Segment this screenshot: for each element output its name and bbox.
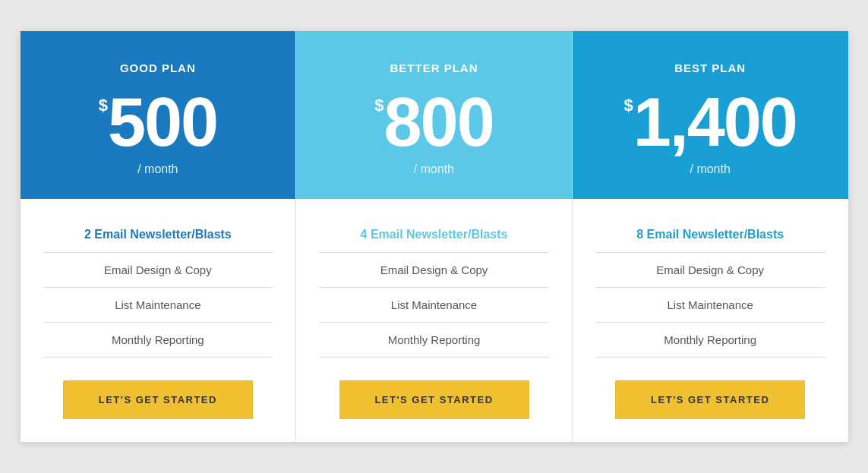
plan-amount-best: 1,400: [633, 88, 797, 156]
feature-item-good-0: Email Design & Copy: [43, 253, 273, 288]
feature-item-best-2: Monthly Reporting: [595, 323, 825, 358]
plan-column-better: BETTER PLAN$800/ month4 Email Newsletter…: [296, 31, 573, 442]
plan-features-better: 4 Email Newsletter/BlastsEmail Design & …: [296, 199, 572, 442]
plan-period-better: / month: [414, 162, 454, 176]
feature-item-best-0: Email Design & Copy: [595, 253, 825, 288]
plan-header-better: BETTER PLAN$800/ month: [296, 31, 572, 199]
cta-button-good[interactable]: LET'S GET STARTED: [63, 380, 253, 419]
plan-column-best: BEST PLAN$1,400/ month8 Email Newsletter…: [573, 31, 848, 442]
cta-button-better[interactable]: LET'S GET STARTED: [339, 380, 529, 419]
plan-amount-good: 500: [108, 88, 217, 156]
feature-item-better-1: List Maintenance: [319, 288, 549, 323]
feature-item-good-2: Monthly Reporting: [43, 323, 273, 358]
feature-item-best-1: List Maintenance: [595, 288, 825, 323]
plan-name-good: GOOD PLAN: [120, 61, 196, 74]
cta-button-best[interactable]: LET'S GET STARTED: [615, 380, 805, 419]
plan-features-best: 8 Email Newsletter/BlastsEmail Design & …: [573, 199, 848, 442]
plan-price-row-good: $500: [99, 88, 217, 156]
plan-highlight-best: 8 Email Newsletter/Blasts: [595, 214, 825, 253]
plan-header-good: GOOD PLAN$500/ month: [21, 31, 296, 199]
plan-price-row-better: $800: [374, 88, 493, 156]
feature-item-better-0: Email Design & Copy: [319, 253, 549, 288]
plan-period-best: / month: [690, 162, 731, 176]
plan-currency-good: $: [99, 96, 108, 115]
pricing-table: GOOD PLAN$500/ month2 Email Newsletter/B…: [21, 31, 848, 442]
plan-column-good: GOOD PLAN$500/ month2 Email Newsletter/B…: [21, 31, 297, 442]
plan-amount-better: 800: [384, 88, 494, 156]
plan-highlight-good: 2 Email Newsletter/Blasts: [43, 214, 273, 253]
plan-name-better: BETTER PLAN: [390, 61, 478, 74]
plan-features-good: 2 Email Newsletter/BlastsEmail Design & …: [21, 199, 296, 442]
plan-header-best: BEST PLAN$1,400/ month: [573, 31, 848, 199]
plan-highlight-better: 4 Email Newsletter/Blasts: [319, 214, 549, 253]
feature-item-better-2: Monthly Reporting: [319, 323, 549, 358]
plan-currency-best: $: [623, 96, 633, 115]
plan-period-good: / month: [137, 162, 178, 176]
feature-item-good-1: List Maintenance: [43, 288, 273, 323]
plan-price-row-best: $1,400: [623, 88, 796, 156]
plan-currency-better: $: [374, 96, 383, 115]
plan-name-best: BEST PLAN: [674, 61, 746, 74]
